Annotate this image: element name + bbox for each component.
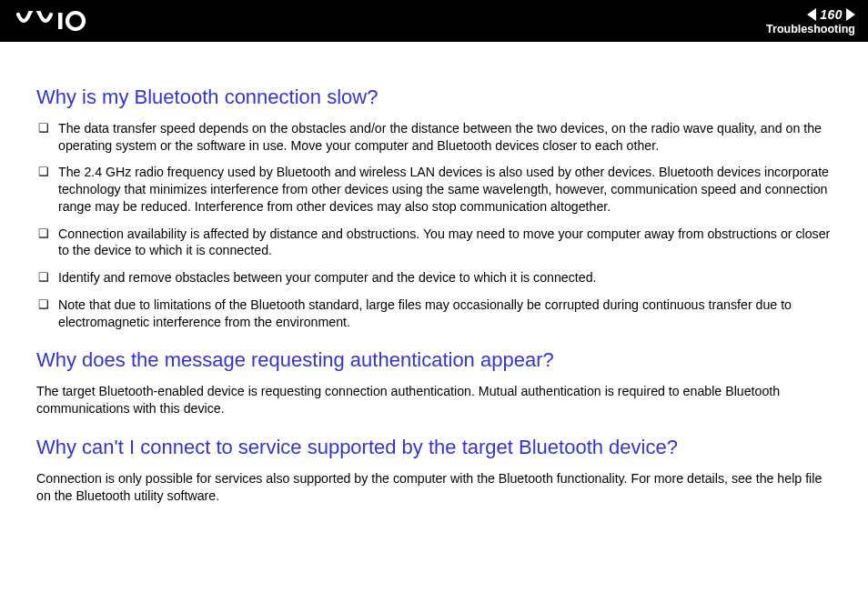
question-heading-1: Why is my Bluetooth connection slow?	[36, 85, 832, 109]
page-navigation: 160	[807, 7, 855, 22]
page-number: 160	[816, 7, 846, 22]
svg-point-1	[67, 13, 84, 29]
body-text-3: Connection is only possible for services…	[36, 470, 832, 504]
svg-rect-0	[58, 13, 63, 29]
list-item: The 2.4 GHz radio frequency used by Blue…	[38, 164, 832, 215]
list-item: The data transfer speed depends on the o…	[38, 120, 832, 154]
list-item: Identify and remove obstacles between yo…	[38, 269, 832, 286]
question-heading-2: Why does the message requesting authenti…	[36, 348, 832, 372]
page-content: Why is my Bluetooth connection slow? The…	[0, 42, 868, 504]
header-bar: 160 Troubleshooting	[0, 0, 868, 42]
prev-page-icon[interactable]	[807, 8, 816, 21]
header-right: 160 Troubleshooting	[766, 7, 855, 35]
body-text-2: The target Bluetooth-enabled device is r…	[36, 383, 832, 417]
vaio-logo	[16, 11, 107, 31]
list-item: Note that due to limitations of the Blue…	[38, 296, 832, 330]
list-item: Connection availability is affected by d…	[38, 226, 832, 259]
question-heading-3: Why can't I connect to service supported…	[36, 436, 832, 459]
next-page-icon[interactable]	[846, 8, 855, 21]
section-label: Troubleshooting	[766, 23, 855, 35]
bullet-list-1: The data transfer speed depends on the o…	[38, 120, 832, 330]
